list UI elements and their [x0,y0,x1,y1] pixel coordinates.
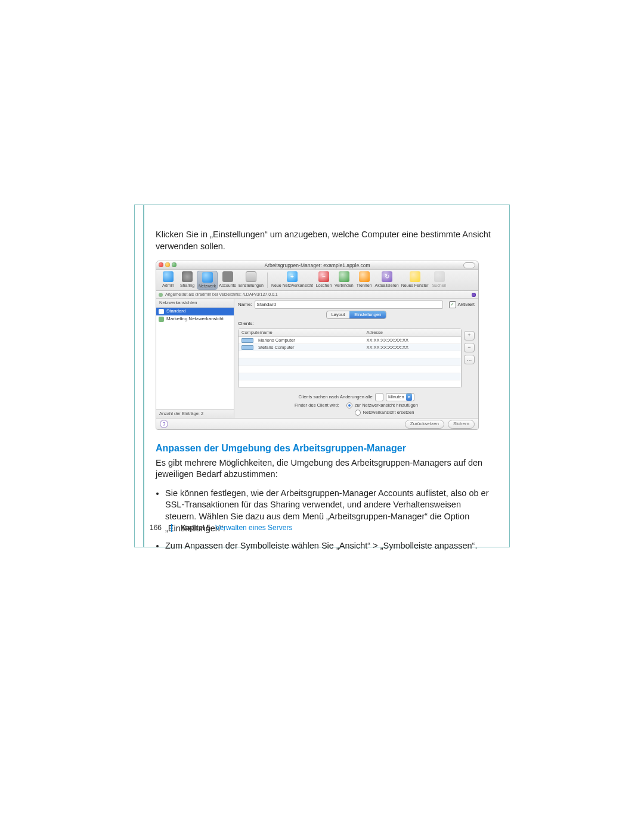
toolbar-sharing[interactable]: Sharing [178,271,197,288]
revert-button[interactable]: Zurücksetzen [405,420,444,429]
chapter-label: Kapitel 5 [181,524,210,532]
toolbar-search[interactable]: Suchen [430,271,449,288]
sidebar-list[interactable]: Standard Marketing Netzwerkansicht [156,308,234,409]
table-row[interactable]: Marions Computer XX:XX:XX:XX:XX:XX [239,337,461,344]
toolbar-accounts[interactable]: Accounts [218,271,237,288]
radio-add-label: zur Netzwerkansicht hinzufügen [355,402,418,408]
add-client-button[interactable]: + [464,331,475,340]
sidebar: Netzwerkansichten Standard Marketing Net… [156,299,234,418]
poll-unit-dropdown[interactable]: Minuten▾ [386,393,414,401]
table-row[interactable] [239,351,461,358]
auth-strip: Angemeldet als diradmin bei Verzeichnis:… [156,291,478,299]
globe-icon [202,272,213,283]
window-icon [410,271,420,282]
section-intro: Es gibt mehrere Möglichkeiten, die Umgeb… [156,457,493,481]
toolbar-new-view[interactable]: +Neue Netzwerkansicht [270,271,314,288]
plus-icon: + [287,271,298,282]
col-adresse[interactable]: Adresse [364,329,461,336]
toolbar-new-window[interactable]: Neues Fenster [400,271,430,288]
group-icon [222,271,233,282]
bullet-2: Zum Anpassen der Symbolleiste wählen Sie… [165,540,493,552]
network-view-icon [159,317,164,322]
toolbar-netzwerk[interactable]: Netzwerk [197,271,218,289]
clients-table[interactable]: Computername Adresse Marions Computer XX… [238,329,462,388]
toolbar-einstellungen[interactable]: Einstellungen [237,271,265,288]
finder-label: Finder des Client wird: [295,402,339,408]
globe-icon [163,271,174,282]
section-heading: Anpassen der Umgebung des Arbeitsgruppen… [156,442,493,455]
table-row[interactable] [239,358,461,366]
monitor-icon [246,271,256,282]
enabled-label: Aktiviert [458,302,475,308]
toolbar-connect[interactable]: Verbinden [333,271,355,288]
radio-add-to-view[interactable] [346,402,352,408]
table-row[interactable] [239,373,461,380]
close-icon[interactable] [159,262,163,267]
chapter-title: Verwalten eines Servers [215,524,292,532]
minus-icon: − [318,271,329,282]
sidebar-footer: Anzahl der Einträge: 2 [156,409,234,418]
computer-icon [242,345,253,350]
lock-icon[interactable] [159,293,163,297]
browse-client-button[interactable]: … [464,355,475,364]
table-row[interactable] [239,380,461,388]
screenshot-window: Arbeitsgruppen-Manager: example1.apple.c… [156,261,479,430]
page-number: 166 [150,524,162,532]
intro-paragraph: Klicken Sie in „Einstellungen“ um anzuge… [156,229,493,252]
poll-interval-field[interactable] [375,393,383,401]
toolbar-refresh[interactable]: ↻Aktualisieren [374,271,400,288]
radio-replace-label: Netzwerkansicht ersetzen [363,410,414,416]
table-row[interactable]: Stefans Computer XX:XX:XX:XX:XX:XX [239,344,461,351]
col-computername[interactable]: Computername [239,329,364,336]
minimize-icon[interactable] [165,262,170,267]
window-titlebar: Arbeitsgruppen-Manager: example1.apple.c… [156,261,478,270]
network-view-icon [159,309,164,314]
toolbar-admin[interactable]: Admin [159,271,178,288]
save-button[interactable]: Sichern [448,420,475,429]
toolbar-disconnect[interactable]: Trennen [355,271,374,288]
computer-icon [242,338,253,343]
toolbar-separator [267,272,268,288]
search-icon [434,271,445,282]
sidebar-item-marketing[interactable]: Marketing Netzwerkansicht [156,315,234,323]
refresh-icon: ↻ [382,271,392,282]
clients-label: Clients: [238,321,475,327]
name-field[interactable]: Standard [255,301,443,309]
radio-replace-view[interactable] [355,410,361,416]
directory-status-icon[interactable] [472,293,476,297]
poll-label: Clients suchen nach Änderungen alle [298,394,372,400]
toolbar-toggle-pill[interactable] [463,262,475,268]
connect-icon [339,271,349,282]
window-footer: ? Zurücksetzen Sichern [156,418,478,429]
zoom-icon[interactable] [172,262,177,267]
tab-segment[interactable]: Layout Einstellungen [326,311,387,319]
window-title: Arbeitsgruppen-Manager: example1.apple.c… [264,262,370,268]
traffic-lights[interactable] [159,262,177,267]
auth-text: Angemeldet als diradmin bei Verzeichnis:… [165,292,278,297]
sidebar-heading: Netzwerkansichten [156,299,234,308]
enabled-checkbox[interactable]: ✓ [449,301,456,308]
tab-einstellungen[interactable]: Einstellungen [349,311,386,318]
toolbar: Admin Sharing Netzwerk Accounts Einstell… [156,270,478,291]
page-frame-spine [143,205,144,547]
name-label: Name: [238,302,252,308]
tab-layout[interactable]: Layout [327,311,350,318]
toolbar-delete[interactable]: −Löschen [314,271,333,288]
person-icon [182,271,193,282]
footer-divider [171,524,172,532]
page-footer: 166 Kapitel 5 Verwalten eines Servers [150,524,292,532]
table-row[interactable] [239,366,461,373]
remove-client-button[interactable]: − [464,343,475,352]
disconnect-icon [359,271,370,282]
help-button[interactable]: ? [160,420,168,428]
detail-pane: Name: Standard ✓ Aktiviert Layout Einste… [234,299,478,418]
sidebar-item-standard[interactable]: Standard [156,308,234,315]
